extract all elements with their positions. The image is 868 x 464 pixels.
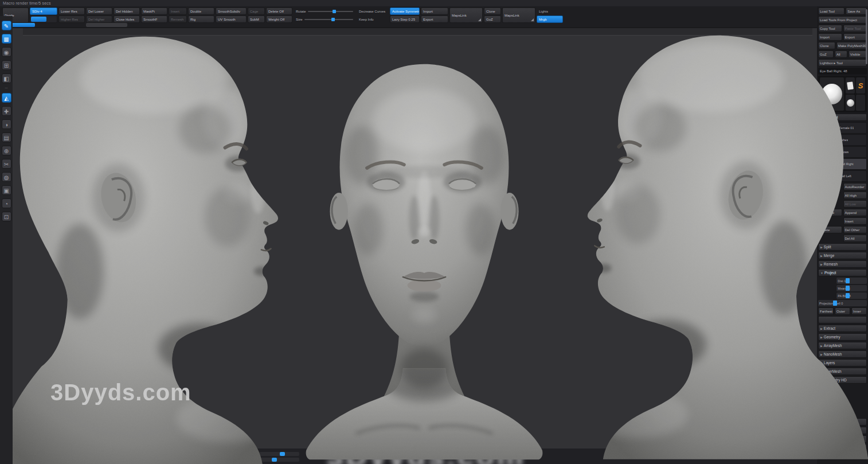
alpha-icon[interactable]: ◑: [2, 119, 11, 129]
toolbar-group-10: Delete OffWeight Off: [266, 7, 292, 23]
toolbar-group-4: Del HiddenClose Holes: [114, 7, 140, 23]
toolbar-group-8: SmoothSubdivUV Smooth: [216, 7, 247, 23]
mapslink-button[interactable]: MapsLink: [449, 7, 483, 23]
head-model-front[interactable]: [275, 32, 573, 464]
lazy-step-0-25-button[interactable]: Lazy Step 0.25: [390, 15, 420, 23]
texture-icon[interactable]: ▤: [2, 132, 11, 142]
smoothf-button[interactable]: SmoothF: [141, 15, 167, 23]
rig-button[interactable]: Rig: [188, 15, 214, 23]
edit-icon[interactable]: ✎: [2, 21, 11, 30]
camera-icon[interactable]: ◔: [2, 198, 11, 208]
scale-icon[interactable]: ⊞: [2, 60, 11, 70]
double-button[interactable]: Double: [188, 7, 214, 15]
color-picker-icon[interactable]: ✂: [2, 159, 11, 169]
toolbar-group-16: CloneGoZ: [484, 7, 501, 23]
mask-icon[interactable]: ◍: [2, 172, 11, 182]
move-icon[interactable]: ◉: [2, 47, 11, 57]
cage-button[interactable]: Cage: [248, 7, 265, 15]
toolbar-mini-slider[interactable]: [86, 23, 127, 27]
activate-symmetry-button[interactable]: Activate Symmetry: [390, 7, 420, 15]
panel-scrollbar[interactable]: [866, 9, 867, 64]
export-button[interactable]: Export: [421, 15, 448, 23]
toolbar-group-18: LightsMrgb: [537, 7, 563, 23]
toolbar-group-17: MapsLink: [502, 7, 535, 23]
window-title: Macro render time/5 secs: [0, 0, 868, 6]
rotate-slider[interactable]: Rotate: [294, 7, 355, 15]
insert-button[interactable]: Insert: [169, 7, 187, 15]
clone-button[interactable]: Clone: [484, 7, 501, 15]
stroke-icon[interactable]: ✚: [2, 106, 11, 116]
higher-res-button[interactable]: Higher Res: [58, 15, 85, 23]
del-hidden-button[interactable]: Del Hidden: [114, 7, 140, 15]
keep-info-button: Keep Info: [357, 15, 389, 23]
toolbar-group-14: ImportExport: [421, 7, 448, 23]
toolbar-group-2: Lower ResHigher Res: [58, 7, 85, 23]
uv-smooth-button[interactable]: UV Smooth: [216, 15, 247, 23]
toolbar-group-3: Del LowerDel Higher: [86, 7, 112, 23]
weight-off-button[interactable]: Weight Off: [266, 15, 292, 23]
mapslink-button[interactable]: MapsLink: [502, 7, 535, 23]
mrgb-button[interactable]: Mrgb: [537, 15, 563, 23]
simplebrush-tool-icon[interactable]: S: [856, 77, 865, 93]
load-tool-button[interactable]: Load Tool: [818, 7, 844, 15]
save-as-button[interactable]: Save As: [846, 7, 867, 15]
toolbar-group-6: InsertRemesh: [169, 7, 187, 23]
sdiv-4-slider[interactable]: SDiv 4: [30, 7, 57, 15]
brush-icon[interactable]: ◭: [2, 93, 11, 103]
smoothsubdiv-button[interactable]: SmoothSubdiv: [216, 7, 247, 15]
toolbar-groups: DivideSDiv 4Lower ResHigher ResDel Lower…: [0, 6, 817, 23]
del-lower-button[interactable]: Del Lower: [86, 7, 112, 15]
top-toolbar: DivideSDiv 4Lower ResHigher ResDel Lower…: [0, 6, 817, 28]
toolbar-group-1: SDiv 4: [30, 7, 57, 23]
import-button[interactable]: Import: [421, 7, 448, 15]
left-tool-shelf: ✎▦◉⊞◧─◭✚◑▤⊕✂◍▣◔⊡: [0, 16, 13, 464]
delete-off-button[interactable]: Delete Off: [266, 7, 292, 15]
divider: ─: [2, 87, 11, 89]
goz-button[interactable]: GoZ: [484, 15, 501, 23]
toolbar-group-7: DoubleRig: [188, 7, 214, 23]
subm-button[interactable]: SubM: [248, 15, 265, 23]
lower-res-button[interactable]: Lower Res: [58, 7, 85, 15]
remesh-button[interactable]: Remesh: [169, 15, 187, 23]
cell-slider[interactable]: [30, 15, 57, 23]
head-model-right-profile[interactable]: [570, 22, 851, 464]
decrease-curves-button: Decrease Curves: [357, 7, 389, 15]
panel-button-row: Load ToolSave As: [818, 7, 867, 15]
close-holes-button[interactable]: Close Holes: [114, 15, 140, 23]
visibility-icon[interactable]: ▣: [2, 185, 11, 195]
toolbar-group-12: Decrease CurvesKeep Info: [357, 7, 389, 23]
toolbar-group-15: MapsLink: [449, 7, 483, 23]
inner-button[interactable]: Inner: [851, 307, 867, 315]
rotate-icon[interactable]: ◧: [2, 73, 11, 83]
toolbar-group-13: Activate SymmetryLazy Step 0.25: [390, 7, 420, 23]
size-slider[interactable]: Size: [294, 15, 355, 23]
del-higher-button[interactable]: Del Higher: [86, 15, 112, 23]
toolbar-group-9: CageSubM: [248, 7, 265, 23]
toolbar-group-11: RotateSize: [294, 7, 355, 23]
maskpt-button[interactable]: MaskPt: [141, 7, 167, 15]
draw-icon[interactable]: ▦: [2, 34, 11, 44]
empty-tool-slot[interactable]: [856, 95, 865, 111]
document-icon[interactable]: ⊡: [2, 212, 11, 221]
lights-button: Lights: [537, 7, 563, 15]
material-icon[interactable]: ⊕: [2, 146, 11, 155]
toolbar-group-5: MaskPtSmoothF: [141, 7, 167, 23]
watermark-text: 3Dyyds.com: [50, 380, 191, 405]
